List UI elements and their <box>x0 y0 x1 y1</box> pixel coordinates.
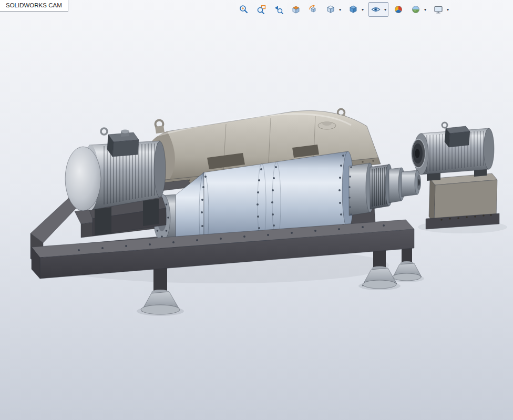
apply-scene-button[interactable] <box>409 3 423 16</box>
edit-appearance-button[interactable] <box>392 3 405 16</box>
conduit-cap <box>121 130 129 134</box>
view-orientation-icon <box>325 4 336 15</box>
dynamic-annotation-views-button[interactable] <box>306 3 320 16</box>
apply-scene-icon <box>411 4 421 15</box>
previous-view-button[interactable] <box>272 3 285 16</box>
hide-show-items-button[interactable] <box>369 3 383 16</box>
view-orientation-dropdown-arrow[interactable]: ▾ <box>337 3 343 16</box>
previous-view-icon <box>273 4 284 15</box>
tab-solidworks-cam[interactable]: SOLIDWORKS CAM <box>0 0 68 12</box>
display-style-button[interactable] <box>346 3 360 16</box>
section-view-icon <box>291 4 301 15</box>
dynamic-annotation-views-icon <box>308 4 319 15</box>
hide-show-items-icon <box>371 4 381 15</box>
zoom-to-area-button[interactable] <box>254 3 268 16</box>
view-settings-icon <box>433 4 444 15</box>
view-settings-button[interactable] <box>432 3 445 16</box>
display-style-icon <box>348 4 358 15</box>
hide-show-items-group: ▾ <box>368 2 388 17</box>
view-orientation-button[interactable] <box>324 3 337 16</box>
motor-end-bell <box>65 147 101 211</box>
view-settings-dropdown-arrow[interactable]: ▾ <box>445 3 450 16</box>
apply-scene-dropdown-arrow[interactable]: ▾ <box>423 3 428 16</box>
display-style-dropdown-arrow[interactable]: ▾ <box>360 3 365 16</box>
zoom-to-fit-button[interactable] <box>237 3 251 16</box>
zoom-to-area-icon <box>256 4 266 15</box>
model-3d-view[interactable] <box>0 0 513 420</box>
hide-show-items-dropdown-arrow[interactable]: ▾ <box>383 3 388 16</box>
solidworks-window: SOLIDWORKS CAM <box>0 0 513 420</box>
heads-up-view-toolbar: ▾ ▾ ▾ <box>237 2 454 17</box>
edit-appearance-icon <box>393 4 404 15</box>
section-view-button[interactable] <box>289 3 303 16</box>
tab-solidworks-cam-label: SOLIDWORKS CAM <box>6 2 62 8</box>
zoom-to-fit-icon <box>239 4 249 15</box>
